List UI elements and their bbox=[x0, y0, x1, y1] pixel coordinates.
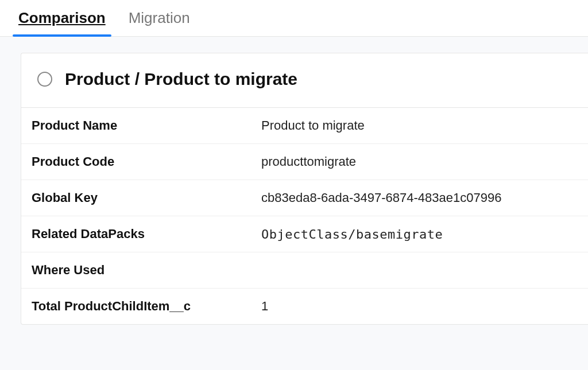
field-related-datapacks: Related DataPacks ObjectClass/basemigrat… bbox=[21, 216, 588, 252]
field-product-name: Product Name Product to migrate bbox=[21, 108, 588, 144]
card-header: Product / Product to migrate bbox=[21, 53, 588, 108]
field-label: Related DataPacks bbox=[32, 227, 261, 242]
select-radio[interactable] bbox=[37, 72, 52, 87]
field-value: cb83eda8-6ada-3497-6874-483ae1c07996 bbox=[261, 190, 501, 205]
fields-list: Product Name Product to migrate Product … bbox=[21, 108, 588, 324]
field-label: Global Key bbox=[32, 190, 261, 205]
tab-bar: Comparison Migration bbox=[0, 0, 588, 37]
field-value: Product to migrate bbox=[261, 118, 365, 133]
field-label: Total ProductChildItem__c bbox=[32, 299, 261, 314]
field-label: Where Used bbox=[32, 263, 261, 278]
tab-migration[interactable]: Migration bbox=[129, 9, 190, 36]
card-title: Product / Product to migrate bbox=[65, 69, 297, 89]
field-value: 1 bbox=[261, 299, 268, 314]
content-area: Product / Product to migrate Product Nam… bbox=[0, 37, 588, 325]
field-value: ObjectClass/basemigrate bbox=[261, 227, 443, 242]
field-label: Product Code bbox=[32, 154, 261, 169]
field-value: producttomigrate bbox=[261, 154, 356, 169]
field-product-code: Product Code producttomigrate bbox=[21, 144, 588, 180]
field-where-used: Where Used bbox=[21, 252, 588, 289]
field-global-key: Global Key cb83eda8-6ada-3497-6874-483ae… bbox=[21, 180, 588, 216]
tab-comparison[interactable]: Comparison bbox=[18, 9, 106, 36]
field-label: Product Name bbox=[32, 118, 261, 133]
field-total-productchilditem: Total ProductChildItem__c 1 bbox=[21, 289, 588, 324]
product-card: Product / Product to migrate Product Nam… bbox=[21, 53, 588, 325]
